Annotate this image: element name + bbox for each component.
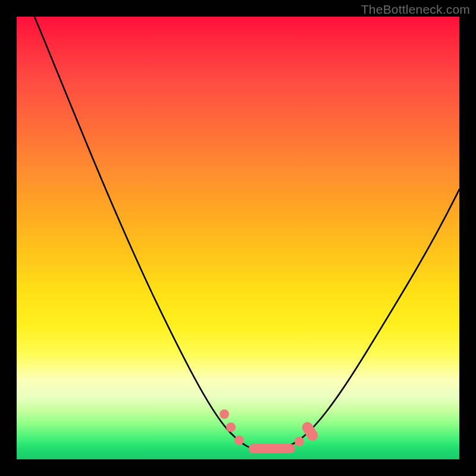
- chart-stage: TheBottleneck.com: [0, 0, 476, 476]
- left-upper-dot: [220, 409, 229, 419]
- center-cluster: [249, 444, 295, 453]
- curve-layer: [17, 17, 459, 459]
- bottleneck-curve: [35, 17, 459, 450]
- right-low-dot: [295, 437, 304, 446]
- plot-area: [17, 17, 459, 459]
- left-low-dot: [234, 436, 244, 445]
- left-mid-dot: [226, 422, 236, 432]
- marker-group: [220, 409, 320, 453]
- watermark-text: TheBottleneck.com: [361, 2, 470, 17]
